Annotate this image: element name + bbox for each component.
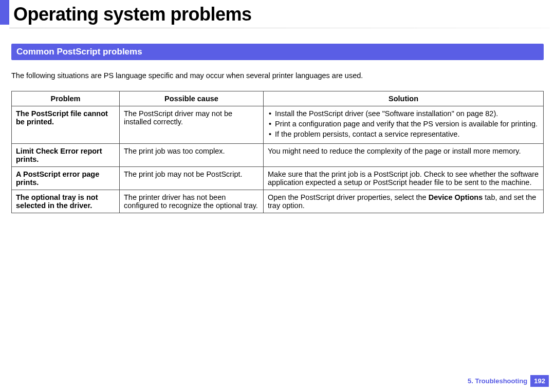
page-title: Operating system problems: [13, 5, 252, 25]
page-footer: 5. Troubleshooting 192: [468, 375, 549, 387]
cell-solution: Make sure that the print job is a PostSc…: [264, 167, 544, 190]
th-problem: Problem: [12, 91, 120, 106]
cell-problem: Limit Check Error report prints.: [12, 144, 120, 167]
cell-solution: Open the PostScript driver properties, s…: [264, 190, 544, 213]
title-accent-bar: [0, 0, 9, 25]
table-header-row: Problem Possible cause Solution: [12, 91, 544, 106]
cell-cause: The print job may not be PostScript.: [120, 167, 264, 190]
footer-chapter: 5. Troubleshooting: [468, 377, 527, 385]
cell-problem: A PostScript error page prints.: [12, 167, 120, 190]
cell-cause: The print job was too complex.: [120, 144, 264, 167]
problems-table: Problem Possible cause Solution The Post…: [11, 91, 544, 213]
solution-item: If the problem persists, contact a servi…: [268, 130, 539, 138]
page-number-badge: 192: [530, 375, 549, 387]
cell-cause: The printer driver has not been configur…: [120, 190, 264, 213]
solution-item: Install the PostScript driver (see "Soft…: [268, 109, 539, 118]
th-cause: Possible cause: [120, 91, 264, 106]
cell-cause: The PostScript driver may not be install…: [120, 106, 264, 144]
solution-item: Print a configuration page and verify th…: [268, 120, 539, 128]
table-row: The optional tray is not selected in the…: [12, 190, 544, 213]
cell-solution: You might need to reduce the complexity …: [264, 144, 544, 167]
intro-text: The following situations are PS language…: [11, 71, 544, 80]
cell-problem: The PostScript file cannot be printed.: [12, 106, 120, 144]
cell-problem: The optional tray is not selected in the…: [12, 190, 120, 213]
cell-solution: Install the PostScript driver (see "Soft…: [264, 106, 544, 144]
section-banner: Common PostScript problems: [11, 44, 544, 60]
table-row: A PostScript error page prints. The prin…: [12, 167, 544, 190]
solution-before: Open the PostScript driver properties, s…: [268, 193, 429, 201]
table-row: The PostScript file cannot be printed. T…: [12, 106, 544, 144]
th-solution: Solution: [264, 91, 544, 106]
solution-bold: Device Options: [429, 193, 483, 201]
table-row: Limit Check Error report prints. The pri…: [12, 144, 544, 167]
